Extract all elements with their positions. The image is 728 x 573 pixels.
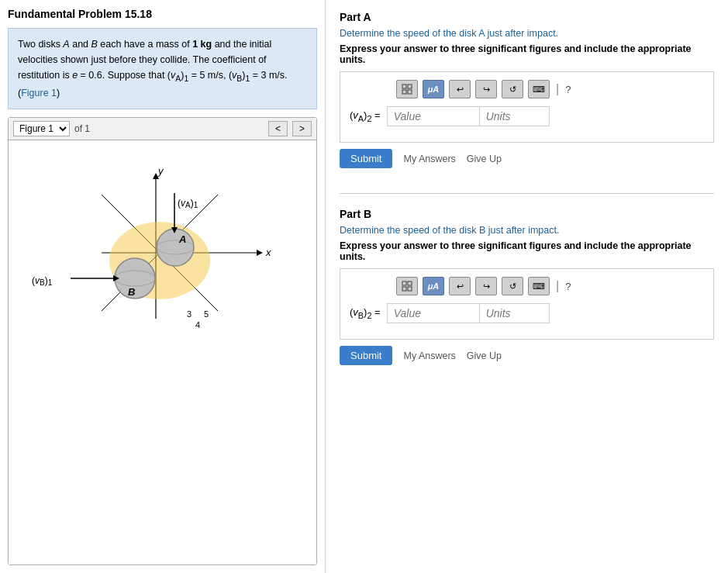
svg-marker-1 bbox=[257, 250, 263, 256]
part-b-refresh-button[interactable]: ↺ bbox=[502, 277, 523, 295]
svg-text:y: y bbox=[157, 165, 164, 177]
undo-icon: ↩ bbox=[457, 85, 464, 95]
part-b-my-answers-link[interactable]: My Answers bbox=[403, 350, 455, 361]
svg-text:5: 5 bbox=[204, 309, 209, 319]
part-a-give-up-link[interactable]: Give Up bbox=[467, 154, 502, 164]
svg-rect-31 bbox=[408, 287, 412, 291]
problem-title: Fundamental Problem 15.18 bbox=[8, 8, 317, 20]
part-a-mu-button[interactable]: μA bbox=[423, 80, 444, 98]
figure-canvas: x y A bbox=[9, 140, 316, 564]
figure-prev-button[interactable]: < bbox=[268, 121, 288, 136]
part-a-instruction: Determine the speed of the disk A just a… bbox=[340, 28, 714, 39]
svg-text:(vA)1: (vA)1 bbox=[178, 198, 198, 209]
svg-rect-27 bbox=[408, 90, 412, 94]
redo-icon: ↪ bbox=[483, 281, 490, 292]
part-a-keyboard-button[interactable]: ⌨ bbox=[528, 80, 550, 98]
part-a-answer-box: μA ↩ ↪ ↺ ⌨ bbox=[340, 71, 714, 143]
part-a-toolbar-sep: | bbox=[556, 82, 559, 96]
part-a-refresh-button[interactable]: ↺ bbox=[502, 80, 523, 98]
part-a-note: Express your answer to three significant… bbox=[340, 43, 714, 65]
figure-select[interactable]: Figure 1 bbox=[13, 121, 70, 136]
part-b-toolbar: μA ↩ ↪ ↺ ⌨ | ? bbox=[396, 277, 704, 295]
right-panel: Part A Determine the speed of the disk A… bbox=[326, 0, 728, 573]
undo-icon: ↩ bbox=[457, 281, 464, 292]
svg-rect-30 bbox=[402, 287, 406, 291]
part-divider bbox=[340, 193, 714, 194]
part-a-input-row: (vA)2 = bbox=[350, 106, 704, 126]
refresh-icon: ↺ bbox=[509, 281, 516, 292]
part-b-mu-button[interactable]: μA bbox=[423, 277, 444, 295]
part-b-instruction: Determine the speed of the disk B just a… bbox=[340, 225, 714, 236]
part-b-actions: Submit My Answers Give Up bbox=[340, 346, 714, 365]
svg-rect-26 bbox=[402, 90, 406, 94]
part-a-section: Part A Determine the speed of the disk A… bbox=[340, 11, 714, 168]
part-b-give-up-link[interactable]: Give Up bbox=[467, 350, 502, 361]
part-a-value-input[interactable] bbox=[387, 106, 480, 126]
part-a-units-input[interactable] bbox=[480, 106, 550, 126]
part-b-note: Express your answer to three significant… bbox=[340, 240, 714, 262]
grid-icon bbox=[402, 281, 412, 292]
part-b-redo-button[interactable]: ↪ bbox=[475, 277, 497, 295]
part-b-toolbar-sep: | bbox=[556, 279, 559, 293]
problem-description: Two disks A and B each have a mass of 1 … bbox=[8, 28, 317, 109]
svg-point-11 bbox=[157, 229, 194, 266]
figure-header: Figure 1 of 1 < > bbox=[9, 118, 316, 140]
part-b-submit-button[interactable]: Submit bbox=[340, 346, 392, 365]
redo-icon: ↪ bbox=[483, 85, 490, 95]
refresh-icon: ↺ bbox=[509, 85, 516, 95]
part-b-value-input[interactable] bbox=[387, 303, 480, 323]
part-a-input-label: (vA)2 = bbox=[350, 109, 381, 123]
part-b-units-input[interactable] bbox=[480, 303, 550, 323]
svg-rect-29 bbox=[408, 281, 412, 285]
figure-link[interactable]: Figure 1 bbox=[21, 88, 57, 98]
keyboard-icon: ⌨ bbox=[533, 281, 545, 292]
svg-rect-24 bbox=[402, 85, 406, 88]
part-b-title: Part B bbox=[340, 208, 714, 220]
svg-text:4: 4 bbox=[195, 320, 200, 330]
part-a-my-answers-link[interactable]: My Answers bbox=[403, 154, 455, 164]
part-b-grid-button[interactable] bbox=[396, 277, 418, 295]
part-a-grid-button[interactable] bbox=[396, 80, 418, 98]
part-a-toolbar: μA ↩ ↪ ↺ ⌨ bbox=[396, 80, 704, 98]
figure-of-label: of 1 bbox=[74, 123, 90, 134]
part-a-actions: Submit My Answers Give Up bbox=[340, 149, 714, 168]
svg-text:x: x bbox=[265, 247, 271, 258]
part-b-help-icon[interactable]: ? bbox=[565, 281, 571, 292]
svg-text:3: 3 bbox=[187, 309, 191, 319]
part-b-undo-button[interactable]: ↩ bbox=[449, 277, 471, 295]
part-b-input-row: (vB)2 = bbox=[350, 303, 704, 323]
part-a-submit-button[interactable]: Submit bbox=[340, 149, 392, 168]
svg-rect-25 bbox=[408, 85, 412, 88]
svg-rect-28 bbox=[402, 281, 406, 285]
part-a-help-icon[interactable]: ? bbox=[565, 84, 571, 95]
keyboard-icon: ⌨ bbox=[533, 85, 545, 95]
part-b-answer-box: μA ↩ ↪ ↺ ⌨ | ? bbox=[340, 268, 714, 340]
part-a-title: Part A bbox=[340, 11, 714, 23]
figure-area: Figure 1 of 1 < > x y bbox=[8, 117, 317, 565]
part-b-keyboard-button[interactable]: ⌨ bbox=[528, 277, 550, 295]
figure-svg: x y A bbox=[9, 140, 311, 334]
svg-text:(vB)1: (vB)1 bbox=[32, 275, 53, 287]
part-a-undo-button[interactable]: ↩ bbox=[449, 80, 471, 98]
part-b-input-label: (vB)2 = bbox=[350, 306, 381, 320]
figure-next-button[interactable]: > bbox=[292, 121, 312, 136]
svg-text:A: A bbox=[178, 233, 186, 245]
grid-icon bbox=[402, 84, 412, 95]
svg-text:B: B bbox=[128, 286, 135, 298]
left-panel: Fundamental Problem 15.18 Two disks A an… bbox=[0, 0, 326, 573]
part-b-section: Part B Determine the speed of the disk B… bbox=[340, 208, 714, 365]
part-a-redo-button[interactable]: ↪ bbox=[475, 80, 497, 98]
